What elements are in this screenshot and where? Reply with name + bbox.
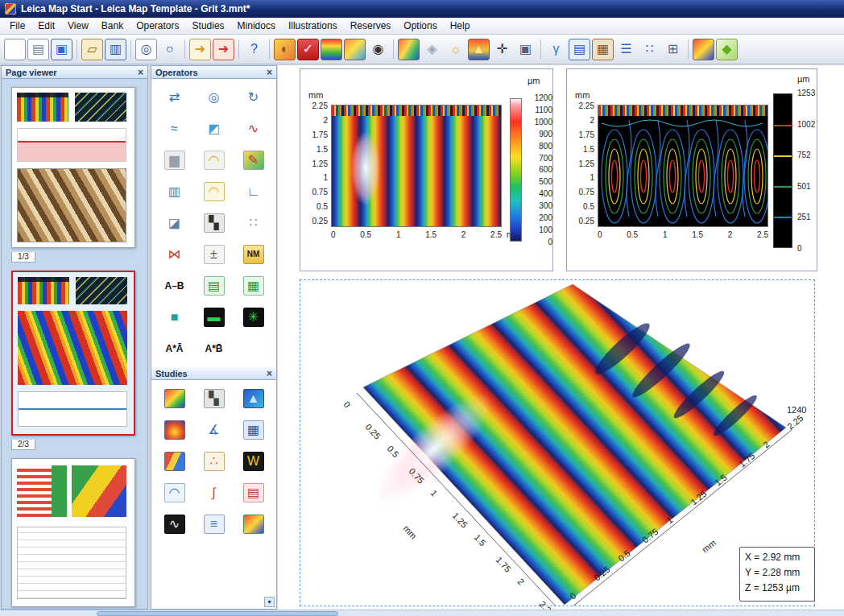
axes-convert-operator-icon[interactable]: ∟ bbox=[239, 180, 268, 204]
scatter-icon[interactable]: ∷ bbox=[639, 39, 660, 60]
eye-icon[interactable]: ◉ bbox=[367, 39, 389, 60]
menu-item-options[interactable]: Options bbox=[397, 19, 443, 33]
menu-item-edit[interactable]: Edit bbox=[31, 19, 61, 33]
colormap-study-icon[interactable] bbox=[160, 387, 189, 411]
psd-operator-icon[interactable]: ✳ bbox=[239, 305, 268, 329]
page-label[interactable]: 2/3 bbox=[11, 440, 35, 450]
fill-dome-operator-icon[interactable]: ◠ bbox=[200, 180, 229, 204]
page-thumbnail-3[interactable] bbox=[11, 458, 135, 607]
menu-item-illustrations[interactable]: Illustrations bbox=[282, 19, 344, 33]
toolbar-separator bbox=[77, 39, 77, 59]
zoom-document-icon[interactable]: ◎ bbox=[135, 39, 157, 60]
horizontal-scrollbar[interactable] bbox=[0, 610, 844, 616]
split-operator-icon[interactable]: ◪ bbox=[160, 211, 189, 235]
grid-points-operator-icon[interactable]: ∷ bbox=[239, 211, 268, 235]
selection-cross-icon[interactable]: ⊞ bbox=[662, 39, 684, 60]
menu-item-reserves[interactable]: Reserves bbox=[344, 19, 398, 33]
palette-icon[interactable]: ◐ bbox=[274, 39, 296, 60]
symmetry-operator-icon[interactable]: ⇄ bbox=[160, 85, 189, 110]
gamma-glyph: γ bbox=[553, 43, 560, 56]
stack-operator-icon[interactable]: ▤ bbox=[200, 274, 229, 298]
rotate-operator-icon[interactable]: ↻ bbox=[239, 85, 268, 110]
flip-operator-icon[interactable]: ◩ bbox=[200, 117, 229, 141]
angle-study-icon[interactable]: ◠ bbox=[160, 481, 189, 505]
grains-study-icon[interactable]: ▚ bbox=[200, 387, 229, 411]
menu-item-minidocs[interactable]: Minidocs bbox=[231, 19, 282, 33]
retouch-operator-icon[interactable]: ✎ bbox=[239, 148, 268, 172]
profile-extract-operator-icon[interactable]: ∿ bbox=[239, 117, 268, 141]
menu-item-operators[interactable]: Operators bbox=[130, 19, 185, 33]
bulb-icon[interactable]: ☼ bbox=[445, 39, 466, 60]
slice-study-icon[interactable]: ▤ bbox=[239, 481, 268, 505]
contour-map-view[interactable]: mm 2.2521.751.51.2510.750.50.25 00.511.5… bbox=[566, 68, 817, 271]
page-thumbnail-1[interactable] bbox=[11, 87, 135, 248]
report-blue-icon[interactable]: ▤ bbox=[569, 39, 590, 60]
remove-area-operator-icon[interactable]: ⋈ bbox=[160, 242, 189, 267]
mosaic-operator-icon[interactable]: ▦ bbox=[239, 274, 268, 298]
cross-correlation-operator-label[interactable]: A*B̄ bbox=[200, 337, 229, 361]
export-diamond-icon[interactable]: ◆ bbox=[716, 39, 738, 60]
calculator-study-icon-glyph: ▦ bbox=[243, 420, 264, 440]
gamma-icon[interactable]: γ bbox=[545, 39, 567, 60]
page-label[interactable]: 1/3 bbox=[11, 252, 35, 263]
resample-operator-icon[interactable]: ≈ bbox=[160, 117, 189, 141]
layers-icon[interactable]: ◈ bbox=[421, 39, 443, 60]
profile-study-icon[interactable]: ∿ bbox=[160, 512, 189, 536]
monitor-glyph: ▣ bbox=[56, 43, 68, 56]
export-document-icon[interactable]: ➜ bbox=[189, 39, 211, 60]
step-height-study-icon[interactable]: ≡ bbox=[200, 512, 229, 536]
add-subtract-operator-icon[interactable]: ± bbox=[200, 242, 229, 267]
magnifier-icon[interactable]: ○ bbox=[159, 39, 180, 60]
measure-study-icon[interactable]: ∡ bbox=[200, 418, 229, 442]
page-thumbnail-2[interactable] bbox=[11, 271, 135, 436]
colormap-icon[interactable] bbox=[693, 39, 714, 60]
menu-item-bank[interactable]: Bank bbox=[95, 19, 130, 33]
scrollbar-thumb[interactable] bbox=[97, 611, 338, 616]
form-removal-operator-icon[interactable]: ◠ bbox=[200, 148, 229, 172]
height-map-view[interactable]: mm 2.2521.751.51.2510.750.50.25 00.511.5… bbox=[300, 68, 553, 271]
subtract-operator-label[interactable]: A–B bbox=[160, 274, 189, 298]
texture-operator-icon[interactable]: ▚ bbox=[200, 211, 229, 235]
zoom-operator-icon[interactable]: ◎ bbox=[200, 85, 229, 110]
crop-frame-icon[interactable]: ▣ bbox=[515, 39, 536, 60]
segmentation-study-icon[interactable] bbox=[160, 449, 189, 473]
open-document-icon[interactable]: ▱ bbox=[81, 39, 103, 60]
autocorrelation-operator-label[interactable]: A*Ā bbox=[160, 337, 189, 361]
sample-viewer-icon[interactable]: ▦ bbox=[592, 39, 614, 60]
peak-study-icon[interactable] bbox=[160, 418, 189, 442]
move-axes-icon[interactable]: ✛ bbox=[491, 39, 513, 60]
close-icon[interactable]: × bbox=[267, 369, 272, 378]
calculator-study-icon[interactable]: ▦ bbox=[239, 418, 268, 442]
peaks-3d-icon[interactable]: ▲ bbox=[468, 39, 490, 60]
menu-item-view[interactable]: View bbox=[61, 19, 95, 33]
menu-item-file[interactable]: File bbox=[3, 19, 31, 33]
import-document-icon[interactable]: ➜ bbox=[213, 39, 234, 60]
surface-image-icon[interactable] bbox=[398, 39, 420, 60]
table-icon[interactable]: ☰ bbox=[615, 39, 637, 60]
help-icon[interactable]: ? bbox=[243, 39, 265, 60]
monitor-icon[interactable]: ▣ bbox=[51, 39, 72, 60]
save-document-icon[interactable]: ▥ bbox=[105, 39, 126, 60]
motifs-study-icon[interactable]: W bbox=[239, 449, 268, 473]
close-icon[interactable]: × bbox=[138, 68, 143, 77]
surface-3d-view[interactable]: mm mm 1240 00.250.50.7511.251.51.7522.25… bbox=[300, 279, 815, 606]
fft-operator-icon[interactable]: ▬ bbox=[200, 305, 229, 329]
threshold-operator-icon[interactable]: ▆ bbox=[160, 148, 189, 172]
image-icon[interactable] bbox=[344, 39, 366, 60]
curves-study-icon[interactable]: ∫ bbox=[200, 481, 229, 505]
close-icon[interactable]: × bbox=[267, 68, 272, 77]
color-scale-icon[interactable] bbox=[321, 39, 342, 60]
checked-report-icon[interactable]: ✓ bbox=[297, 39, 319, 60]
scroll-down-icon[interactable]: ▾ bbox=[264, 597, 275, 607]
bulb-glyph: ☼ bbox=[449, 43, 461, 56]
new-page-icon[interactable]: ▤ bbox=[27, 39, 49, 60]
particles-study-icon[interactable]: ∴ bbox=[200, 449, 229, 473]
menu-item-studies[interactable]: Studies bbox=[186, 19, 231, 33]
surface-study-icon[interactable]: ▲ bbox=[239, 387, 268, 411]
extract-channel-operator-icon[interactable]: ■ bbox=[160, 305, 189, 329]
new-document-icon[interactable] bbox=[4, 39, 26, 60]
menu-item-help[interactable]: Help bbox=[444, 19, 477, 33]
fill-nm-operator-icon[interactable]: NM bbox=[239, 242, 268, 267]
bearing-study-icon[interactable] bbox=[239, 512, 268, 536]
stitch-operator-icon[interactable]: ▥ bbox=[160, 180, 189, 204]
